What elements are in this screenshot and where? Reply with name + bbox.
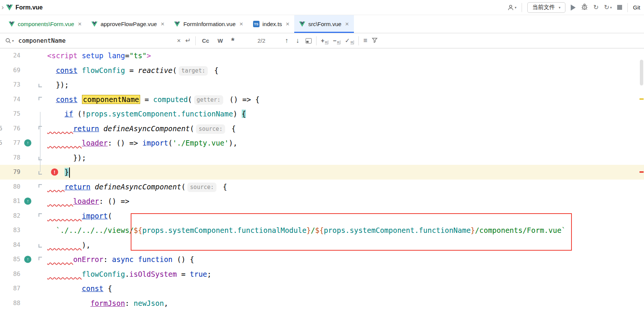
code-text[interactable]: if (!props.systemComponent.functionName)… [43, 107, 644, 121]
code-line-84[interactable]: 84 ), [0, 238, 644, 253]
code-line-85[interactable]: 85↑ onError: async function () { [0, 252, 644, 267]
code-token: ${ [134, 226, 142, 234]
code-text[interactable]: }); [43, 78, 644, 92]
code-line-86[interactable]: 86 flowConfig.isOldSystem = true; [0, 267, 644, 282]
code-token [47, 255, 73, 264]
code-line-82[interactable]: 82 import( [0, 209, 644, 223]
code-token [77, 51, 82, 60]
regex-toggle[interactable]: * [229, 38, 236, 43]
code-text[interactable]: `./../../../views/${props.systemComponen… [43, 223, 644, 238]
rerun-icon[interactable]: ↻ ▾ [604, 3, 612, 11]
multiline-toggle-icon[interactable]: ≡ [363, 37, 368, 45]
code-text[interactable]: onError: async function () { [43, 252, 644, 267]
tab-src-form-vue-active[interactable]: src\Form.vue × [294, 15, 354, 33]
user-icon[interactable]: ▾ [507, 4, 517, 11]
code-line-79[interactable]: 79! } [0, 165, 644, 180]
code-token [47, 124, 73, 133]
code-token: if [65, 110, 73, 118]
code-text[interactable]: const componentName = computed(getter: (… [43, 92, 644, 107]
gutter: 79 [0, 165, 43, 180]
line-number: 78 [0, 150, 20, 165]
tab-label: FormInformation.vue [183, 21, 235, 27]
code-text[interactable]: return defineAsyncComponent(source: { [43, 180, 644, 194]
fold-marker-icon[interactable] [39, 244, 42, 248]
code-line-76[interactable]: 676 return defineAsyncComponent(source: … [0, 121, 644, 136]
code-line-83[interactable]: 83 `./../../../views/${props.systemCompo… [0, 223, 644, 238]
code-text[interactable]: const { [43, 281, 644, 296]
fold-marker-icon[interactable] [39, 184, 42, 188]
code-text[interactable]: flowConfig.isOldSystem = true; [43, 267, 644, 282]
code-line-78[interactable]: 78 }); [0, 150, 644, 165]
debug-bug-icon[interactable] [581, 3, 588, 12]
search-match-mark[interactable] [639, 98, 644, 100]
fold-marker-icon[interactable] [39, 257, 42, 260]
code-text[interactable]: ! } [43, 165, 644, 180]
open-in-tool-window-icon[interactable] [306, 38, 312, 43]
whole-words-toggle[interactable]: W [216, 37, 225, 45]
tab-approveflowpage-vue[interactable]: approveFlowPage.vue × [86, 15, 169, 33]
code-line-73[interactable]: 73 }); [0, 78, 644, 92]
code-line-74[interactable]: 74 const componentName = computed(getter… [0, 92, 644, 107]
scrollbar-thumb[interactable] [640, 60, 643, 85]
git-menu[interactable]: Git [633, 4, 640, 11]
close-icon[interactable]: × [286, 20, 289, 28]
stop-button[interactable] [617, 5, 622, 10]
plus-glyph: + [321, 37, 324, 44]
code-text[interactable]: }); [43, 150, 644, 165]
search-icon[interactable]: ▾ [5, 38, 14, 44]
code-line-24[interactable]: 24<script setup lang="ts"> [0, 48, 644, 63]
error-stripe[interactable] [639, 48, 644, 310]
fold-marker-icon[interactable] [39, 84, 42, 87]
code-token [134, 255, 138, 264]
code-text[interactable]: <script setup lang="ts"> [43, 48, 644, 63]
code-token: { [227, 124, 236, 133]
clear-search-icon[interactable]: × [177, 37, 181, 45]
tab-index-ts[interactable]: TS index.ts × [248, 15, 295, 33]
gutter-arrow-icon[interactable]: ↑ [24, 256, 31, 263]
remove-occurrence-button[interactable]: −II [333, 37, 340, 44]
newline-icon[interactable]: ↵ [185, 37, 190, 45]
code-token: ( [173, 66, 177, 74]
prev-match-button[interactable]: ↑ [284, 37, 290, 45]
code-line-88[interactable]: 88 formJson: newJson, [0, 296, 644, 310]
filter-icon[interactable] [372, 37, 378, 45]
code-text[interactable]: loader: () => import('./Empty.vue'), [43, 136, 644, 150]
code-text[interactable]: ), [43, 238, 644, 253]
gutter-arrow-icon[interactable]: ↑ [24, 198, 31, 205]
close-icon[interactable]: × [239, 20, 243, 28]
tab-components-form-vue[interactable]: components\Form.vue × [4, 15, 86, 33]
code-token: const [56, 95, 77, 104]
select-all-occurrences-button[interactable]: ✓II [345, 37, 354, 44]
match-case-toggle[interactable]: Cc [200, 37, 211, 45]
error-icon[interactable]: ! [51, 169, 58, 176]
code-editor[interactable]: 24<script setup lang="ts">69 const flowC… [0, 48, 644, 310]
code-line-80[interactable]: 80 return defineAsyncComponent(source: { [0, 180, 644, 194]
code-line-81[interactable]: 81↑ loader: () => [0, 194, 644, 209]
close-icon[interactable]: × [161, 20, 164, 28]
code-text[interactable]: import( [43, 209, 644, 223]
code-line-87[interactable]: 87 const { [0, 281, 644, 296]
code-text[interactable]: formJson: newJson, [43, 296, 644, 310]
close-icon[interactable]: × [345, 20, 349, 28]
code-token: <script [47, 51, 77, 60]
code-line-69[interactable]: 69 const flowConfig = reactive(target: { [0, 63, 644, 78]
code-text[interactable]: loader: () => [43, 194, 644, 209]
code-line-77[interactable]: 577↑ loader: () => import('./Empty.vue')… [0, 136, 644, 150]
run-config-selector[interactable]: 当前文件 ▾ [527, 2, 565, 13]
add-occurrence-button[interactable]: +II [321, 37, 329, 44]
code-text[interactable]: return defineAsyncComponent(source: { [43, 121, 644, 136]
next-match-button[interactable]: ↓ [295, 37, 301, 45]
error-mark[interactable] [639, 171, 644, 173]
fold-marker-icon[interactable] [39, 97, 42, 100]
search-input[interactable]: componentName [19, 37, 173, 44]
run-button[interactable] [571, 5, 576, 11]
coverage-icon[interactable]: ↻ [593, 3, 599, 11]
gutter-arrow-icon[interactable]: ↑ [24, 140, 31, 147]
code-line-75[interactable]: 75 if (!props.systemComponent.functionNa… [0, 107, 644, 121]
tab-forminformation-vue[interactable]: FormInformation.vue × [169, 15, 248, 33]
fold-marker-icon[interactable] [39, 213, 42, 217]
ide-window: › Form.vue ▾ 当前文件 ▾ ↻ ↻ ▾ Git [0, 0, 644, 310]
occurrence-badge: II [351, 40, 354, 44]
close-icon[interactable]: × [78, 20, 82, 28]
code-text[interactable]: const flowConfig = reactive(target: { [43, 63, 644, 78]
